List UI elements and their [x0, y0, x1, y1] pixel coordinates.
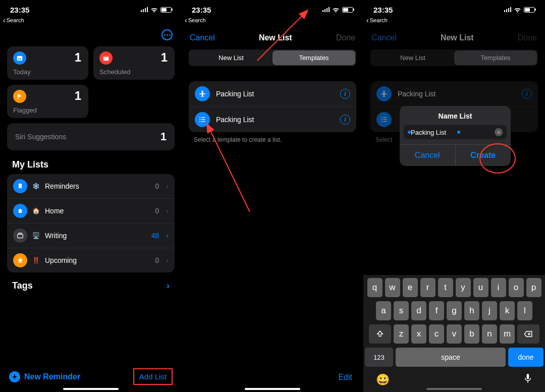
list-row-reminders[interactable]: ❄️ Reminders 0 ›: [7, 174, 175, 199]
key-g[interactable]: g: [447, 301, 462, 320]
key-p[interactable]: p: [526, 278, 541, 297]
done-button[interactable]: Done: [518, 33, 537, 42]
key-k[interactable]: k: [500, 301, 515, 320]
key-m[interactable]: m: [500, 324, 515, 344]
seg-new-list[interactable]: New List: [190, 50, 272, 65]
key-s[interactable]: s: [394, 301, 409, 320]
key-q[interactable]: q: [367, 278, 383, 297]
template-label: Packing List: [216, 116, 334, 124]
back-search-link[interactable]: Search: [0, 15, 182, 25]
list-row-writing[interactable]: 🖥️ Writing 48 ›: [7, 223, 175, 248]
key-b[interactable]: b: [464, 324, 479, 344]
dialog-create-button[interactable]: Create: [455, 145, 511, 166]
key-t[interactable]: t: [438, 278, 453, 297]
svg-point-10: [199, 121, 200, 122]
info-icon[interactable]: i: [522, 89, 532, 99]
seg-templates[interactable]: Templates: [272, 50, 355, 65]
key-x[interactable]: x: [411, 324, 426, 344]
key-o[interactable]: o: [509, 278, 524, 297]
clear-input-icon[interactable]: ✕: [495, 128, 503, 136]
chevron-right-icon: ›: [166, 207, 169, 215]
card-flagged[interactable]: 1 Flagged: [7, 85, 88, 118]
space-key[interactable]: space: [396, 348, 506, 367]
key-c[interactable]: c: [429, 324, 444, 344]
more-button[interactable]: [161, 29, 173, 40]
template-row[interactable]: Packing List i: [370, 81, 538, 107]
key-f[interactable]: f: [429, 301, 444, 320]
dialog-cancel-button[interactable]: Cancel: [400, 145, 455, 166]
numbers-key[interactable]: 123: [365, 348, 393, 367]
star-icon: [13, 253, 27, 267]
key-r[interactable]: r: [420, 278, 435, 297]
list-emoji: 🏠: [32, 207, 40, 214]
key-i[interactable]: i: [491, 278, 506, 297]
siri-suggestions-row[interactable]: Siri Suggestions 1: [7, 123, 175, 150]
cancel-button[interactable]: Cancel: [190, 33, 215, 42]
shift-key[interactable]: [369, 324, 391, 344]
cancel-button[interactable]: Cancel: [371, 33, 397, 42]
svg-rect-21: [383, 121, 387, 122]
status-icons: [322, 7, 354, 13]
back-search-link[interactable]: Search: [182, 15, 363, 25]
list-name-input[interactable]: [411, 129, 496, 136]
key-w[interactable]: w: [385, 278, 400, 297]
seg-new-list[interactable]: New List: [371, 50, 454, 65]
key-l[interactable]: l: [517, 301, 532, 320]
info-icon[interactable]: i: [340, 89, 350, 99]
key-u[interactable]: u: [473, 278, 488, 297]
new-reminder-button[interactable]: + New Reminder: [9, 371, 80, 382]
chevron-right-icon: ›: [166, 256, 169, 264]
card-today[interactable]: 22 1 Today: [7, 46, 88, 80]
list-bullet-icon: [376, 112, 392, 127]
dialog-title: Name List: [400, 106, 511, 125]
backspace-key[interactable]: [517, 324, 539, 344]
list-row-upcoming[interactable]: ‼️ Upcoming 0 ›: [7, 248, 175, 272]
template-row[interactable]: Packing List i: [189, 81, 356, 107]
list-label: Writing: [45, 232, 146, 240]
battery-icon: [160, 7, 172, 13]
add-list-button[interactable]: Add List: [133, 368, 173, 385]
dialog-actions: Cancel Create: [400, 144, 511, 166]
siri-count: 1: [160, 130, 167, 143]
emoji-key[interactable]: 😀: [376, 373, 390, 386]
key-d[interactable]: d: [411, 301, 426, 320]
edit-button[interactable]: Edit: [338, 373, 352, 382]
card-scheduled[interactable]: 1 Scheduled: [93, 46, 175, 80]
key-j[interactable]: j: [482, 301, 497, 320]
key-n[interactable]: n: [482, 324, 497, 344]
battery-icon: [524, 7, 535, 13]
home-indicator[interactable]: [426, 388, 482, 390]
screen-reminders-home: 23:35 Search 22 1 Today 1 Scheduled: [0, 0, 182, 392]
svg-rect-4: [18, 234, 23, 238]
home-indicator[interactable]: [63, 388, 119, 390]
card-flagged-label: Flagged: [13, 106, 37, 114]
screen-name-list-popup: 23:35 Search Cancel New List Done New Li…: [363, 0, 545, 392]
list-count: 0: [155, 182, 159, 190]
cellular-icon: [322, 7, 330, 12]
svg-rect-7: [201, 117, 205, 118]
key-a[interactable]: a: [376, 301, 391, 320]
back-search-link[interactable]: Search: [363, 15, 545, 25]
battery-icon: [342, 7, 353, 13]
template-row[interactable]: Packing List i: [189, 107, 356, 132]
key-z[interactable]: z: [394, 324, 409, 344]
key-v[interactable]: v: [447, 324, 462, 344]
card-flagged-count: 1: [75, 89, 81, 103]
seg-templates[interactable]: Templates: [454, 50, 537, 65]
card-today-label: Today: [13, 68, 31, 76]
tags-row[interactable]: Tags ›: [0, 272, 182, 299]
list-count: 0: [155, 207, 159, 215]
home-indicator[interactable]: [245, 388, 300, 390]
done-button[interactable]: Done: [336, 33, 355, 42]
key-y[interactable]: y: [456, 278, 471, 297]
info-icon[interactable]: i: [340, 115, 350, 125]
svg-point-20: [381, 121, 382, 122]
key-h[interactable]: h: [464, 301, 479, 320]
selection-handle-icon[interactable]: [457, 131, 460, 134]
key-e[interactable]: e: [403, 278, 418, 297]
list-row-home[interactable]: 🏠 Home 0 ›: [7, 199, 175, 223]
done-key[interactable]: done: [508, 348, 543, 367]
mic-key[interactable]: [523, 373, 532, 387]
svg-point-18: [381, 119, 382, 120]
card-scheduled-label: Scheduled: [99, 68, 130, 76]
